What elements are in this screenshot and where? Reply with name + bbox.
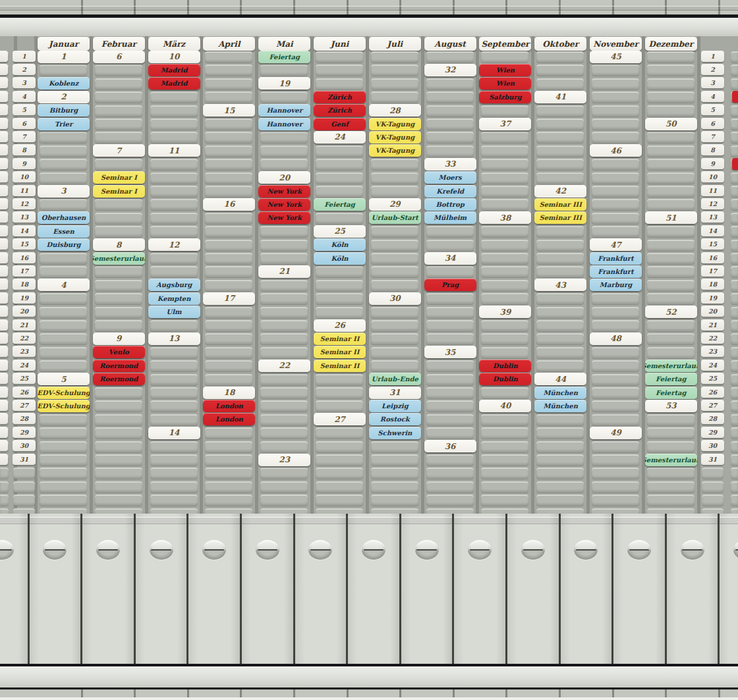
- tcard-wien[interactable]: Wien: [479, 64, 531, 76]
- tcard-leipzig[interactable]: Leipzig: [369, 400, 421, 412]
- tcard-koln[interactable]: Köln: [314, 252, 366, 265]
- tcard-vk-tagung[interactable]: VK-Tagung: [369, 131, 421, 144]
- tcard-week-33[interactable]: 33: [424, 158, 476, 171]
- tcard-bitburg[interactable]: Bitburg: [38, 104, 90, 117]
- tcard-week-13[interactable]: 13: [148, 333, 200, 345]
- tcard-koln[interactable]: Köln: [314, 238, 366, 251]
- tcard-week-53[interactable]: 53: [645, 400, 697, 412]
- tcard-dublin[interactable]: Dublin: [479, 373, 531, 385]
- tcard-duisburg[interactable]: Duisburg: [38, 238, 90, 251]
- tcard-feiertag[interactable]: Feiertag: [645, 387, 697, 399]
- tcard-edv-schulung[interactable]: EDV-Schulung: [38, 400, 90, 412]
- tcard-marburg[interactable]: Marburg: [590, 279, 642, 291]
- tcard-new-york[interactable]: New York: [258, 211, 310, 224]
- tcard-munchen[interactable]: München: [534, 400, 586, 412]
- tcard-ulm[interactable]: Ulm: [148, 306, 200, 318]
- tcard-vk-tagung[interactable]: VK-Tagung: [369, 144, 421, 157]
- tcard-seminar-i[interactable]: Seminar I: [93, 171, 145, 184]
- tcard-genf[interactable]: Genf: [314, 118, 366, 130]
- tcard-week-4[interactable]: 4: [38, 279, 90, 291]
- tcard-madrid[interactable]: Madrid: [148, 64, 200, 76]
- tcard-week-47[interactable]: 47: [590, 238, 642, 251]
- tcard-week-18[interactable]: 18: [203, 387, 255, 399]
- tcard-essen[interactable]: Essen: [38, 225, 90, 238]
- tcard-week-8[interactable]: 8: [93, 238, 145, 251]
- tcard-week-5[interactable]: 5: [38, 373, 90, 385]
- tcard-week-31[interactable]: 31: [369, 387, 421, 399]
- tcard-munchen[interactable]: München: [534, 387, 586, 399]
- tcard-week-10[interactable]: 10: [148, 51, 200, 63]
- tcard-week-39[interactable]: 39: [479, 306, 531, 318]
- tcard-london[interactable]: London: [203, 400, 255, 412]
- tcard-week-51[interactable]: 51: [645, 211, 697, 224]
- tcard-week-26[interactable]: 26: [314, 319, 366, 332]
- tcard-week-12[interactable]: 12: [148, 238, 200, 251]
- tcard-week-34[interactable]: 34: [424, 252, 476, 265]
- tcard-week-30[interactable]: 30: [369, 292, 421, 305]
- tcard-edv-schulung[interactable]: EDV-Schulung: [38, 387, 90, 399]
- tcard-week-15[interactable]: 15: [203, 104, 255, 117]
- tcard-week-36[interactable]: 36: [424, 440, 476, 452]
- tcard-week-49[interactable]: 49: [590, 427, 642, 439]
- tcard-salzburg[interactable]: Salzburg: [479, 91, 531, 103]
- tcard-madrid[interactable]: Madrid: [148, 77, 200, 90]
- tcard-week-24[interactable]: 24: [314, 131, 366, 144]
- tcard-roermond[interactable]: Roermond: [93, 360, 145, 372]
- tcard-week-22[interactable]: 22: [258, 360, 310, 372]
- tcard-week-6[interactable]: 6: [93, 51, 145, 63]
- tcard-semesterurlaub[interactable]: Semesterurlaub: [645, 360, 697, 372]
- tcard-bottrop[interactable]: Bottrop: [424, 198, 476, 211]
- tcard-week-21[interactable]: 21: [258, 265, 310, 278]
- tcard-frankfurt[interactable]: Frankfurt: [590, 252, 642, 265]
- tcard-week-7[interactable]: 7: [93, 144, 145, 157]
- tcard-seminar-ii[interactable]: Seminar II: [314, 346, 366, 358]
- tcard-mulheim[interactable]: Mülheim: [424, 211, 476, 224]
- tcard-urlaub-ende[interactable]: Urlaub-Ende: [369, 373, 421, 385]
- tcard-feiertag[interactable]: Feiertag: [645, 373, 697, 385]
- tcard-week-43[interactable]: 43: [534, 279, 586, 291]
- tcard-new-york[interactable]: New York: [258, 185, 310, 198]
- tcard-week-35[interactable]: 35: [424, 346, 476, 358]
- tcard-oberhausen[interactable]: Oberhausen: [38, 211, 90, 224]
- tcard-feiertag[interactable]: Feiertag: [258, 51, 310, 63]
- tcard-week-16[interactable]: 16: [203, 198, 255, 211]
- tcard-week-20[interactable]: 20: [258, 171, 310, 184]
- tcard-week-28[interactable]: 28: [369, 104, 421, 117]
- tcard-koblenz[interactable]: Koblenz: [38, 77, 90, 90]
- tcard-zurich[interactable]: Zürich: [314, 91, 366, 103]
- tcard-seminar-ii[interactable]: Seminar II: [314, 360, 366, 372]
- tcard-semesterurlaub[interactable]: Semesterurlaub: [93, 252, 145, 265]
- tcard-week-42[interactable]: 42: [534, 185, 586, 198]
- tcard-week-14[interactable]: 14: [148, 427, 200, 439]
- tcard-week-29[interactable]: 29: [369, 198, 421, 211]
- tcard-week-11[interactable]: 11: [148, 144, 200, 157]
- tcard-week-32[interactable]: 32: [424, 64, 476, 76]
- tcard-week-17[interactable]: 17: [203, 292, 255, 305]
- tcard-trier[interactable]: Trier: [38, 118, 90, 130]
- tcard-frankfurt[interactable]: Frankfurt: [590, 265, 642, 278]
- tcard-schwerin[interactable]: Schwerin: [369, 427, 421, 439]
- tcard-week-25[interactable]: 25: [314, 225, 366, 238]
- tcard-semesterurlaub[interactable]: Semesterurlaub: [645, 454, 697, 466]
- tcard-london[interactable]: London: [203, 413, 255, 425]
- tcard-seminar-i[interactable]: Seminar I: [93, 185, 145, 198]
- tcard-week-44[interactable]: 44: [534, 373, 586, 385]
- tcard-krefeld[interactable]: Krefeld: [424, 185, 476, 198]
- tcard-week-48[interactable]: 48: [590, 333, 642, 345]
- tcard-week-45[interactable]: 45: [590, 51, 642, 63]
- tcard-roermond[interactable]: Roermond: [93, 373, 145, 385]
- tcard-week-27[interactable]: 27: [314, 413, 366, 425]
- tcard-week-19[interactable]: 19: [258, 77, 310, 90]
- tcard-kempten[interactable]: Kempten: [148, 292, 200, 305]
- tcard-week-37[interactable]: 37: [479, 118, 531, 130]
- tcard-week-23[interactable]: 23: [258, 454, 310, 466]
- tcard-week-9[interactable]: 9: [93, 333, 145, 345]
- tcard-zurich[interactable]: Zürich: [314, 104, 366, 117]
- tcard-seminar-ii[interactable]: Seminar II: [314, 333, 366, 345]
- tcard-seminar-iii[interactable]: Seminar III: [534, 198, 586, 211]
- tcard-feiertag[interactable]: Feiertag: [314, 198, 366, 211]
- tcard-seminar-iii[interactable]: Seminar III: [534, 211, 586, 224]
- tcard-week-52[interactable]: 52: [645, 306, 697, 318]
- tcard-prag[interactable]: Prag: [424, 279, 476, 291]
- tcard-moers[interactable]: Moers: [424, 171, 476, 184]
